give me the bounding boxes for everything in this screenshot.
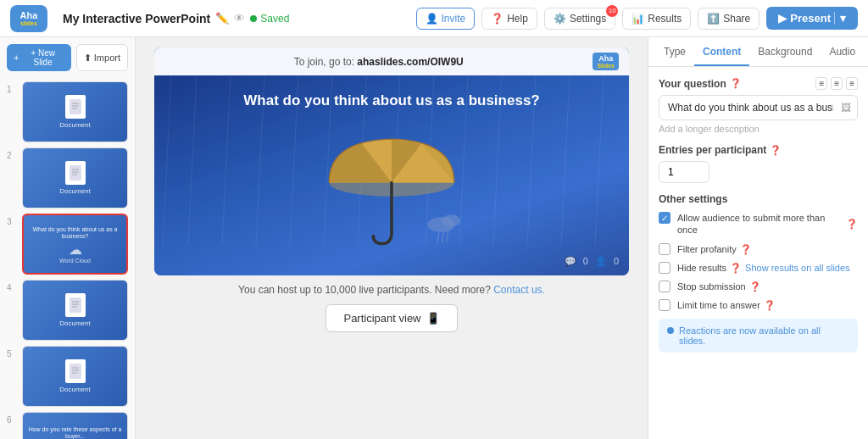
mobile-icon: 📱 xyxy=(426,312,440,325)
add-description-link[interactable]: Add a longer description xyxy=(659,124,858,134)
tab-content[interactable]: Content xyxy=(694,37,749,66)
invite-button[interactable]: 👤 Invite xyxy=(416,8,476,30)
list-item[interactable]: 5 Document xyxy=(7,346,128,407)
new-slide-button[interactable]: + + New Slide xyxy=(7,44,71,71)
settings-button[interactable]: ⚙️ Settings 10 xyxy=(544,8,615,30)
svg-line-35 xyxy=(442,232,443,244)
import-button[interactable]: ⬆ Import xyxy=(76,44,128,71)
participant-view-button[interactable]: Participant view 📱 xyxy=(326,304,457,332)
panel-tabs: Type Content Background Audio xyxy=(648,37,868,67)
help-button[interactable]: ❓ Help xyxy=(481,8,537,30)
svg-line-36 xyxy=(447,231,448,242)
sidebar-actions: + + New Slide ⬆ Import xyxy=(0,37,135,78)
align-right-icon[interactable]: ≡ xyxy=(846,77,858,90)
list-item[interactable]: 2 Document xyxy=(7,147,128,208)
checkbox-stop-submission[interactable] xyxy=(659,281,670,292)
image-icon[interactable]: 🖼 xyxy=(841,102,851,114)
align-center-icon[interactable]: ≡ xyxy=(831,77,843,90)
svg-line-29 xyxy=(595,75,604,245)
other-settings: Other settings ✓ Allow audience to submi… xyxy=(659,193,858,353)
document-icon xyxy=(65,161,86,185)
viewer-icon: 👤 xyxy=(595,256,607,267)
list-item[interactable]: 4 Document xyxy=(7,280,128,341)
help-icon[interactable]: ❓ xyxy=(740,243,752,255)
logo-aha: Aha xyxy=(20,11,38,20)
results-button[interactable]: 📊 Results xyxy=(622,8,691,30)
present-caret[interactable]: ▾ xyxy=(834,12,846,25)
slide-body: What do you think about us as a business… xyxy=(154,75,629,275)
contact-link[interactable]: Contact us. xyxy=(493,284,545,296)
aha-slides-logo-small: Aha Slides xyxy=(593,53,619,70)
entries-input[interactable] xyxy=(659,161,709,183)
document-title: My Interactive PowerPoint xyxy=(63,12,210,25)
edit-icon[interactable]: ✏️ xyxy=(215,12,229,25)
slide-footer-stats: 💬 0 👤 0 xyxy=(565,256,619,267)
join-url-text: To join, go to: ahaslides.com/OIW9U xyxy=(164,55,593,68)
checkbox-allow-resubmit[interactable]: ✓ xyxy=(659,212,670,224)
reactions-banner: Reactions are now available on all slide… xyxy=(659,319,858,353)
align-left-icon[interactable]: ≡ xyxy=(815,77,827,90)
help-icon[interactable]: ❓ xyxy=(770,145,782,156)
umbrella-svg xyxy=(315,123,468,250)
right-panel: Type Content Background Audio Your quest… xyxy=(648,37,868,439)
list-item[interactable]: 6 How do you rate these aspects of a buy… xyxy=(7,412,128,439)
other-settings-title: Other settings xyxy=(659,193,858,205)
setting-row-limit-time: Limit time to answer ❓ xyxy=(659,299,858,311)
document-icon xyxy=(65,293,86,317)
topbar: Aha slides My Interactive PowerPoint ✏️ … xyxy=(0,0,868,37)
show-results-link[interactable]: Show results on all slides xyxy=(745,262,850,274)
svg-rect-8 xyxy=(70,297,81,313)
slide-preview: To join, go to: ahaslides.com/OIW9U Aha … xyxy=(154,47,629,275)
settings-badge-count: 10 xyxy=(606,5,618,17)
share-button[interactable]: ⬆️ Share xyxy=(698,8,760,30)
present-button[interactable]: ▶ Present ▾ xyxy=(766,7,858,30)
slide-question: What do you think about us as a business… xyxy=(243,92,539,109)
entries-label: Entries per participant ❓ xyxy=(659,144,858,156)
list-item[interactable]: 1 Document xyxy=(7,81,128,142)
svg-line-16 xyxy=(163,75,171,245)
panel-body: Your question ❓ ≡ ≡ ≡ 🖼 Add a longer des… xyxy=(648,67,868,439)
eye-icon[interactable]: 👁 xyxy=(234,12,245,25)
svg-line-17 xyxy=(188,75,197,245)
help-icon[interactable]: ❓ xyxy=(730,262,742,274)
checkbox-hide-results[interactable] xyxy=(659,262,670,274)
slides-list: 1 Document 2 xyxy=(0,78,135,439)
help-icon[interactable]: ❓ xyxy=(730,78,742,89)
list-item[interactable]: 3 What do you think about us as a busine… xyxy=(7,214,128,275)
document-icon xyxy=(65,95,86,119)
gear-icon: ⚙️ xyxy=(554,13,566,25)
logo-box: Aha slides xyxy=(10,5,47,32)
chart-icon: 📊 xyxy=(632,13,644,25)
logo-slides: slides xyxy=(20,20,37,26)
help-icon[interactable]: ❓ xyxy=(846,218,858,230)
tab-background[interactable]: Background xyxy=(749,37,821,66)
svg-rect-0 xyxy=(70,99,81,114)
tab-type[interactable]: Type xyxy=(655,37,694,66)
main-layout: + + New Slide ⬆ Import 1 Document xyxy=(0,37,868,439)
svg-line-18 xyxy=(222,75,231,245)
tab-audio[interactable]: Audio xyxy=(821,37,864,66)
document-icon xyxy=(65,359,86,383)
help-icon[interactable]: ❓ xyxy=(749,281,761,292)
question-input-wrap: 🖼 xyxy=(659,95,858,120)
plus-icon: + xyxy=(14,53,19,63)
slide-join-bar: To join, go to: ahaslides.com/OIW9U Aha … xyxy=(154,47,629,75)
cloud-icon: ☁ xyxy=(69,242,82,258)
svg-rect-4 xyxy=(70,165,81,181)
checkbox-limit-time[interactable] xyxy=(659,299,670,311)
svg-line-28 xyxy=(561,75,570,245)
viewer-count: 0 xyxy=(614,256,619,267)
share-icon: ⬆️ xyxy=(707,13,720,25)
participant-count: 0 xyxy=(583,256,588,267)
title-area: My Interactive PowerPoint ✏️ 👁 Saved xyxy=(63,12,408,25)
question-input[interactable] xyxy=(659,95,858,120)
setting-row-filter-profanity: Filter profanity ❓ xyxy=(659,243,858,255)
checkbox-filter-profanity[interactable] xyxy=(659,243,670,255)
help-icon[interactable]: ❓ xyxy=(764,299,776,311)
upload-icon: ⬆ xyxy=(84,53,92,64)
saved-badge: Saved xyxy=(250,13,289,25)
topbar-actions: 👤 Invite ❓ Help ⚙️ Settings 10 📊 Results… xyxy=(416,7,858,30)
setting-row-allow-resubmit: ✓ Allow audience to submit more than onc… xyxy=(659,212,858,236)
play-icon: ▶ xyxy=(778,12,787,25)
svg-point-33 xyxy=(442,214,460,226)
